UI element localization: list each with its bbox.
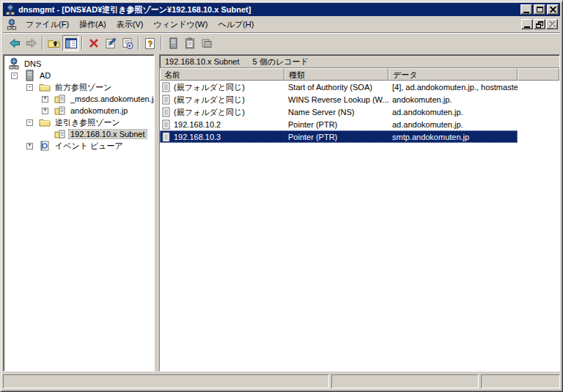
collapse-toggle-icon[interactable]: -	[26, 119, 33, 126]
clipboard-icon	[184, 37, 196, 49]
event-viewer-icon	[39, 140, 51, 152]
close-icon	[549, 21, 556, 27]
folder-icon	[39, 117, 51, 128]
title-bar[interactable]: dnsmgmt - [DNS¥AD¥逆引き参照ゾーン¥192.168.10.x …	[3, 3, 560, 16]
list-button[interactable]	[181, 35, 198, 51]
export-list-icon	[122, 37, 133, 49]
show-hide-console-tree-button[interactable]	[62, 35, 79, 51]
record-list: (親フォルダと同じ) Start of Authority (SOA) [4],…	[160, 81, 559, 371]
close-icon	[550, 7, 556, 12]
record-icon	[161, 82, 171, 92]
content-area: DNS - AD - 前方参照ゾーン + _msdcs.andokomuten.…	[3, 54, 560, 371]
console-tree: DNS - AD - 前方参照ゾーン + _msdcs.andokomuten.…	[3, 54, 155, 371]
mdi-minimize-button[interactable]	[521, 19, 533, 29]
tree-item-reverse-zones[interactable]: - 逆引き参照ゾーン	[5, 117, 154, 128]
dns-root-icon	[8, 58, 20, 70]
up-one-level-button[interactable]	[45, 35, 62, 51]
properties-icon	[105, 37, 117, 49]
close-button[interactable]	[547, 4, 559, 15]
zone-icon	[54, 93, 66, 105]
menu-help[interactable]: ヘルプ(H)	[213, 17, 259, 32]
table-row[interactable]: (親フォルダと同じ) WINS Reverse Lookup (W... and…	[160, 93, 518, 106]
tree-item-ad-server[interactable]: - AD	[5, 70, 154, 81]
help-icon: ?	[147, 39, 152, 48]
delete-icon	[89, 38, 99, 48]
toolbar: ?	[3, 33, 560, 53]
minimize-icon	[523, 12, 529, 13]
collapse-toggle-icon[interactable]: -	[26, 84, 33, 91]
details-pane: 192.168.10.x Subnet 5 個のレコード 名前 種類 データ (…	[159, 54, 560, 371]
toolbar-separator	[138, 37, 139, 50]
server-icon	[167, 37, 179, 49]
zone-icon	[54, 128, 66, 140]
minimize-button[interactable]	[520, 4, 532, 15]
copy-icon	[201, 37, 213, 49]
server-button[interactable]	[164, 35, 181, 51]
zone-icon	[54, 105, 66, 117]
column-header-name[interactable]: 名前	[160, 68, 284, 81]
zone-name-label: 192.168.10.x Subnet	[165, 57, 240, 66]
forward-button[interactable]	[23, 35, 40, 51]
tree-item-msdcs-zone[interactable]: + _msdcs.andokomuten.jp	[5, 93, 154, 105]
status-panel	[3, 374, 329, 388]
minimize-icon	[524, 26, 530, 28]
properties-button[interactable]	[102, 35, 119, 51]
window-title: dnsmgmt - [DNS¥AD¥逆引き参照ゾーン¥192.168.10.x …	[18, 4, 520, 15]
record-icon	[161, 95, 171, 105]
maximize-icon	[537, 7, 543, 12]
toolbar-separator	[161, 37, 162, 50]
status-bar	[3, 371, 560, 389]
app-icon	[4, 4, 16, 15]
back-button[interactable]	[6, 35, 23, 51]
column-header-filler	[518, 68, 559, 81]
toolbar-separator	[42, 37, 43, 50]
status-panel	[481, 374, 560, 388]
copy-button[interactable]	[198, 35, 215, 51]
export-list-button[interactable]	[119, 35, 136, 51]
tree-item-event-viewer[interactable]: + イベント ビューア	[5, 140, 154, 152]
status-panel	[331, 374, 479, 388]
console-tree-icon	[65, 38, 77, 48]
table-row[interactable]: 192.168.10.2 Pointer (PTR) ad.andokomute…	[160, 118, 518, 130]
collapse-toggle-icon[interactable]: -	[11, 73, 18, 79]
back-icon	[9, 37, 21, 49]
tree-item-subnet-zone[interactable]: 192.168.10.x Subnet	[5, 128, 154, 140]
column-header-type[interactable]: 種類	[284, 68, 389, 81]
mdi-restore-button[interactable]	[534, 19, 545, 29]
tree-item-andokomuten-zone[interactable]: + andokomuten.jp	[5, 105, 154, 117]
tree-item-dns-root[interactable]: DNS	[5, 58, 154, 70]
tree-item-forward-zones[interactable]: - 前方参照ゾーン	[5, 81, 154, 93]
delete-button[interactable]	[85, 35, 102, 51]
toolbar-separator	[81, 37, 83, 50]
menu-action[interactable]: 操作(A)	[74, 17, 111, 32]
restore-icon	[536, 21, 543, 28]
expand-toggle-icon[interactable]: +	[42, 108, 48, 114]
menu-bar: ファイル(F) 操作(A) 表示(V) ウィンドウ(W) ヘルプ(H)	[3, 16, 560, 33]
table-row-selected[interactable]: 192.168.10.3 Pointer (PTR) smtp.andokomu…	[160, 130, 518, 143]
server-icon	[23, 70, 35, 81]
menu-file[interactable]: ファイル(F)	[21, 17, 74, 32]
dns-console-window: dnsmgmt - [DNS¥AD¥逆引き参照ゾーン¥192.168.10.x …	[0, 0, 563, 392]
up-folder-icon	[48, 37, 61, 49]
expand-toggle-icon[interactable]: +	[42, 96, 48, 103]
maximize-button[interactable]	[534, 4, 545, 15]
forward-icon	[26, 37, 37, 49]
expand-toggle-icon[interactable]: +	[26, 143, 33, 149]
table-row[interactable]: (親フォルダと同じ) Start of Authority (SOA) [4],…	[160, 81, 518, 93]
record-icon	[161, 132, 171, 142]
help-button[interactable]: ?	[141, 35, 158, 51]
column-header-data[interactable]: データ	[389, 68, 518, 81]
menu-window[interactable]: ウィンドウ(W)	[148, 17, 213, 32]
column-header-row: 名前 種類 データ	[160, 68, 559, 81]
description-bar: 192.168.10.x Subnet 5 個のレコード	[160, 55, 559, 68]
mdi-child-icon[interactable]	[6, 19, 18, 29]
menu-view[interactable]: 表示(V)	[111, 17, 149, 32]
table-row[interactable]: (親フォルダと同じ) Name Server (NS) ad.andokomut…	[160, 106, 518, 118]
record-count-label: 5 個のレコード	[253, 56, 309, 67]
record-icon	[161, 119, 171, 130]
mdi-close-button	[546, 19, 558, 29]
folder-icon	[39, 81, 51, 93]
record-icon	[161, 107, 171, 117]
